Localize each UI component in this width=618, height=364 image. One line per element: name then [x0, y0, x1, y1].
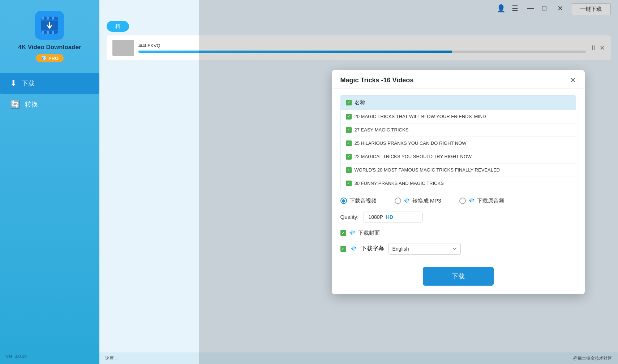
item-checkbox-1[interactable] [346, 127, 352, 133]
svg-rect-7 [42, 31, 44, 34]
radio-video-circle[interactable] [340, 198, 347, 204]
mp3-diamond-icon: 💎 [404, 198, 410, 204]
quality-selector[interactable]: 1080P HD [364, 212, 422, 222]
item-checkbox-4[interactable] [346, 167, 352, 173]
list-item[interactable]: 22 MAGICAL TRICKS YOU SHOULD TRY RIGHT N… [341, 150, 576, 163]
sidebar-item-download-label: 下载 [22, 79, 35, 88]
quality-row: Quality: 1080P HD [340, 212, 576, 222]
modal-download-button[interactable]: 下载 [423, 267, 494, 286]
download-icon: ⬇ [10, 79, 17, 88]
quality-hd-badge: HD [386, 214, 393, 220]
radio-audio[interactable]: 💎 下载原音频 [459, 198, 504, 204]
subtitle-checkbox[interactable] [340, 246, 346, 252]
item-title-4: WORLD'S 20 MOST FAMOUS MAGIC TRICKS FINA… [355, 167, 500, 173]
audio-diamond-icon: 💎 [468, 198, 475, 204]
convert-icon: 🔄 [10, 100, 20, 109]
radio-mp3-label: 转换成 MP3 [412, 198, 441, 204]
app-name: 4K Video Downloader [18, 43, 81, 51]
subtitle-language-select[interactable]: English [389, 243, 461, 255]
cover-diamond-icon: 💎 [349, 230, 355, 236]
quality-value-text: 1080P [368, 214, 383, 220]
modal-header: Magic Tricks -16 Videos ✕ [332, 70, 585, 89]
modal-title: Magic Tricks -16 Videos [340, 77, 414, 84]
video-list-header: 名称 [341, 96, 576, 110]
modal-overlay: Magic Tricks -16 Videos ✕ 名称 20 MAGIC TR… [199, 0, 618, 364]
modal-close-button[interactable]: ✕ [570, 77, 576, 84]
version-text: Ver: 3.0.30 [6, 354, 27, 359]
cover-checkbox-row: 💎 下载封面 [340, 230, 576, 237]
item-title-0: 20 MAGIC TRICKS THAT WILL BLOW YOUR FRIE… [355, 114, 486, 119]
svg-rect-3 [41, 30, 58, 31]
radio-video[interactable]: 下载音视频 [340, 198, 377, 204]
item-title-1: 27 EASY MAGIC TRICKS [355, 127, 409, 133]
item-title-3: 22 MAGICAL TRICKS YOU SHOULD TRY RIGHT N… [355, 154, 472, 159]
video-list: 名称 20 MAGIC TRICKS THAT WILL BLOW YOUR F… [340, 95, 576, 190]
diamond-icon: 💎 [41, 55, 47, 61]
main-area: 👤 ☰ — □ ✕ 一键下载 精 4t4IIFKVQ: ⏸ ✕ [99, 0, 618, 364]
quality-label: Quality: [340, 214, 359, 220]
list-item[interactable]: 25 HILARIOUS PRANKS YOU CAN DO RIGHT NOW [341, 136, 576, 150]
sidebar: 4K Video Downloader 💎 PRO ⬇ 下载 🔄 转换 Ver:… [0, 0, 99, 364]
item-checkbox-5[interactable] [346, 181, 352, 186]
subtitle-label: 下载字幕 [361, 245, 384, 252]
svg-rect-6 [52, 17, 54, 20]
svg-rect-5 [47, 17, 49, 20]
video-thumbnail [112, 40, 134, 56]
sidebar-item-download[interactable]: ⬇ 下载 [0, 73, 99, 94]
sidebar-item-convert[interactable]: 🔄 转换 [0, 94, 99, 115]
logo-area: 4K Video Downloader 💎 PRO [18, 0, 81, 66]
svg-rect-8 [47, 31, 49, 34]
item-checkbox-3[interactable] [346, 154, 352, 160]
item-title-2: 25 HILARIOUS PRANKS YOU CAN DO RIGHT NOW [355, 140, 467, 146]
sidebar-nav: ⬇ 下载 🔄 转换 [0, 73, 99, 115]
cover-label: 下载封面 [358, 230, 380, 237]
select-all-checkbox[interactable] [346, 100, 352, 105]
radio-video-label: 下载音视频 [349, 198, 377, 204]
subtitle-row: 💎 下载字幕 English [340, 243, 576, 255]
radio-options-row: 下载音视频 💎 转换成 MP3 💎 下载原音频 [340, 198, 576, 204]
speed-label: 速度： [105, 355, 118, 361]
radio-audio-label: 下载原音频 [477, 198, 504, 204]
modal-footer: 下载 [332, 263, 585, 294]
cover-checkbox[interactable] [340, 230, 346, 236]
radio-mp3[interactable]: 💎 转换成 MP3 [395, 198, 441, 204]
modal-dialog: Magic Tricks -16 Videos ✕ 名称 20 MAGIC TR… [332, 70, 585, 294]
radio-mp3-circle[interactable] [395, 198, 401, 204]
list-item[interactable]: WORLD'S 20 MOST FAMOUS MAGIC TRICKS FINA… [341, 163, 576, 177]
list-item[interactable]: 30 FUNNY PRANKS AND MAGIC TRICKS [341, 177, 576, 190]
app-logo [35, 11, 64, 40]
tab-button[interactable]: 精 [107, 21, 129, 32]
list-header-label: 名称 [355, 99, 365, 106]
subtitle-diamond-icon: 💎 [351, 246, 357, 252]
list-item[interactable]: 20 MAGIC TRICKS THAT WILL BLOW YOUR FRIE… [341, 110, 576, 123]
pro-badge: 💎 PRO [36, 54, 64, 62]
svg-rect-2 [41, 20, 58, 21]
radio-audio-circle[interactable] [459, 198, 466, 204]
sidebar-item-convert-label: 转换 [25, 100, 38, 109]
list-item[interactable]: 27 EASY MAGIC TRICKS [341, 123, 576, 136]
modal-body: 名称 20 MAGIC TRICKS THAT WILL BLOW YOUR F… [332, 89, 585, 255]
item-checkbox-2[interactable] [346, 140, 352, 146]
item-checkbox-0[interactable] [346, 114, 352, 120]
item-title-5: 30 FUNNY PRANKS AND MAGIC TRICKS [355, 181, 444, 186]
svg-rect-4 [42, 17, 44, 20]
svg-rect-9 [52, 31, 54, 34]
